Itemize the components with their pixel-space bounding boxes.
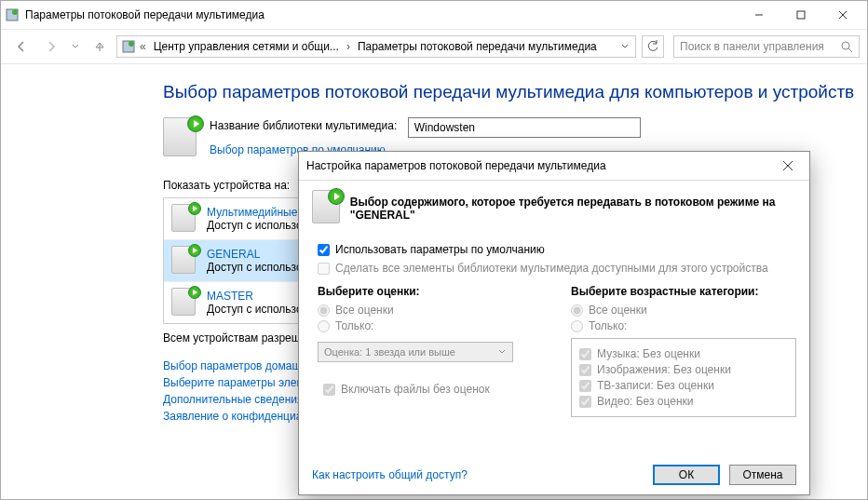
radio-all-parental: Все оценки [571, 304, 796, 317]
rating-tv: ТВ-записи: Без оценки [579, 379, 788, 392]
radio-only-parental: Только: [571, 319, 796, 332]
titlebar: Параметры потоковой передачи мультимедиа [1, 1, 867, 29]
breadcrumb-item-2[interactable]: Параметры потоковой передачи мультимедиа [354, 38, 601, 55]
make-all-input [318, 263, 330, 275]
cancel-button[interactable]: Отмена [729, 465, 796, 485]
svg-point-1 [12, 9, 18, 15]
search-icon [840, 40, 853, 53]
svg-line-10 [848, 48, 852, 52]
use-defaults-input[interactable] [318, 244, 330, 256]
svg-rect-3 [797, 11, 805, 19]
search-input[interactable]: Поиск в панели управления [673, 35, 860, 58]
rating-video: Видео: Без оценки [579, 395, 788, 408]
chevron-icon: › [345, 40, 352, 53]
rating-music: Музыка: Без оценки [579, 347, 788, 360]
close-button[interactable] [821, 2, 863, 28]
page-heading: Выбор параметров потоковой передачи муль… [163, 81, 858, 104]
breadcrumb-item-1[interactable]: Центр управления сетями и общи... [150, 38, 343, 55]
search-placeholder: Поиск в панели управления [680, 40, 840, 53]
breadcrumb-dropdown[interactable] [618, 42, 631, 51]
settings-dialog: Настройка параметров потоковой передачи … [298, 151, 810, 495]
parental-column: Выберите возрастные категории: Все оценк… [571, 285, 796, 417]
rating-combo: Оценка: 1 звезда или выше [318, 342, 513, 362]
rating-images: Изображения: Без оценки [579, 363, 788, 376]
navbar: « Центр управления сетями и общи... › Па… [1, 29, 867, 64]
dialog-close-button[interactable] [774, 155, 802, 177]
maximize-button[interactable] [780, 2, 821, 28]
use-defaults-label: Использовать параметры по умолчанию [335, 243, 545, 256]
ok-button[interactable]: ОК [653, 465, 720, 485]
dialog-header: Выбор содержимого, которое требуется пер… [350, 196, 796, 222]
use-defaults-checkbox[interactable]: Использовать параметры по умолчанию [318, 243, 796, 256]
chevron-icon: « [138, 40, 148, 53]
svg-point-8 [129, 41, 134, 47]
library-name-label: Название библиотеки мультимедиа: [210, 117, 397, 132]
chevron-down-icon [497, 347, 507, 357]
device-icon [171, 246, 197, 276]
make-all-label: Сделать все элементы библиотеки мультиме… [335, 262, 768, 275]
include-unrated-checkbox: Включать файлы без оценок [323, 383, 543, 396]
up-button[interactable] [87, 34, 113, 60]
rating-combo-value: Оценка: 1 звезда или выше [324, 346, 455, 358]
parental-head: Выберите возрастные категории: [571, 285, 796, 298]
dialog-device-icon [312, 190, 341, 227]
library-name-input[interactable] [408, 117, 641, 138]
dialog-titlebar: Настройка параметров потоковой передачи … [299, 152, 809, 180]
parental-ratings-box: Музыка: Без оценки Изображения: Без оцен… [571, 338, 796, 417]
ratings-column: Выберите оценки: Все оценки Только: Оцен… [318, 285, 543, 417]
refresh-button[interactable] [642, 35, 664, 58]
back-button[interactable] [8, 34, 34, 60]
radio-only-ratings: Только: [318, 319, 543, 332]
dialog-footer: Как настроить общий доступ? ОК Отмена [299, 455, 809, 494]
library-icon [163, 117, 200, 162]
breadcrumb[interactable]: « Центр управления сетями и общи... › Па… [116, 35, 636, 58]
window-title: Параметры потоковой передачи мультимедиа [20, 8, 738, 21]
dialog-title: Настройка параметров потоковой передачи … [306, 159, 774, 172]
breadcrumb-icon [121, 39, 136, 54]
forward-button[interactable] [38, 34, 64, 60]
make-all-checkbox: Сделать все элементы библиотеки мультиме… [318, 262, 796, 275]
recent-locations-button[interactable] [68, 34, 83, 60]
svg-point-9 [842, 42, 849, 49]
help-link[interactable]: Как настроить общий доступ? [312, 468, 468, 481]
ratings-head: Выберите оценки: [318, 285, 543, 298]
app-icon [5, 7, 20, 22]
dialog-body: Выбор содержимого, которое требуется пер… [299, 180, 809, 455]
radio-all-ratings: Все оценки [318, 304, 543, 317]
include-unrated-label: Включать файлы без оценок [341, 383, 490, 396]
minimize-button[interactable] [738, 2, 780, 28]
device-icon [171, 288, 197, 318]
device-icon [171, 204, 197, 234]
